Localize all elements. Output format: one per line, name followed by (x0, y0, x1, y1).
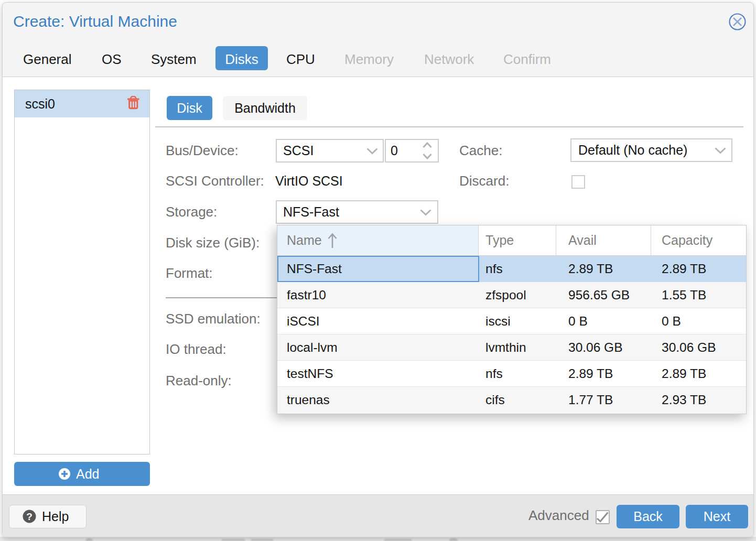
svg-text:?: ? (26, 511, 33, 522)
